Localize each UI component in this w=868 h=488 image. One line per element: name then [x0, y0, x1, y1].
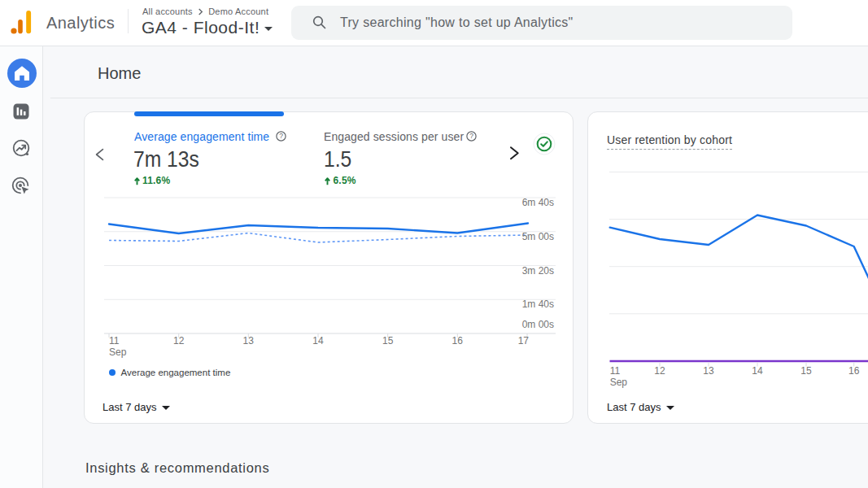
svg-text:?: ?: [469, 132, 473, 140]
svg-text:?: ?: [279, 132, 283, 140]
